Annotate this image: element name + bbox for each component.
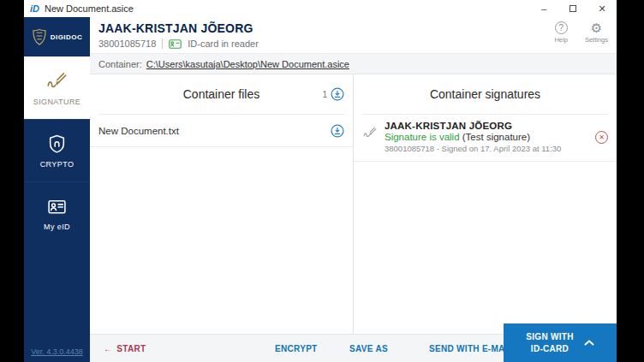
sidebar-item-my-eid[interactable]: My eID — [24, 181, 90, 244]
save-as-button[interactable]: SAVE AS — [349, 344, 388, 353]
signature-status-note: (Test signature) — [462, 132, 530, 142]
window-title: New Document.asice — [45, 3, 134, 14]
digidoc-logo: DIGIDOC — [24, 17, 90, 56]
container-path-bar: Container: C:\Users\kasutaja\Desktop\New… — [90, 53, 617, 74]
gear-icon: ⚙ — [591, 21, 602, 34]
signature-pen-icon — [45, 69, 69, 92]
close-button[interactable]: ✕ — [587, 0, 617, 17]
container-files-panel: Container files 1 New Document.txt — [90, 74, 354, 334]
files-panel-title: Container files — [90, 74, 353, 114]
help-label: Help — [554, 36, 567, 44]
signatures-panel-title: Container signatures — [354, 74, 617, 114]
id-card-reader-icon — [169, 39, 182, 49]
file-name: New Document.txt — [98, 126, 179, 136]
container-label: Container: — [98, 59, 142, 69]
file-row[interactable]: New Document.txt — [90, 115, 353, 147]
digidoc-logo-text: DIGIDOC — [51, 33, 83, 41]
eid-card-icon — [45, 196, 69, 217]
signature-details: 38001085718 - Signed on 17. April 2023 a… — [385, 144, 588, 153]
cardholder-name: JAAK-KRISTJAN JÕEORG — [98, 21, 253, 35]
remove-signature-button[interactable]: ✕ — [595, 131, 608, 144]
sidebar: DIGIDOC SIGNATURE CRYPTO M — [24, 17, 90, 362]
settings-button[interactable]: ⚙ Settings — [585, 21, 608, 44]
sidebar-item-label: CRYPTO — [40, 160, 75, 169]
sign-label-line1: SIGN WITH — [526, 332, 573, 341]
signature-pen-icon — [362, 125, 378, 140]
version-link[interactable]: Ver. 4.3.0.4438 — [24, 347, 90, 356]
files-panel-meta: 1 — [322, 87, 344, 101]
sidebar-item-label: My eID — [44, 223, 70, 231]
card-status-text: ID-card in reader — [188, 39, 259, 49]
window-controls: – ✕ — [529, 0, 617, 17]
sidebar-item-signature[interactable]: SIGNATURE — [24, 56, 90, 119]
footer-bar: ← START ENCRYPT SAVE AS SEND WITH E-MAIL… — [90, 334, 617, 362]
chevron-up-icon — [584, 340, 594, 346]
sidebar-item-label: SIGNATURE — [33, 98, 80, 106]
header-actions: ? Help ⚙ Settings — [554, 21, 608, 44]
send-email-button[interactable]: SEND WITH E-MAIL — [429, 344, 513, 353]
download-all-icon[interactable] — [331, 87, 344, 101]
signer-name: JAAK-KRISTJAN JÕEORG — [385, 121, 588, 131]
maximize-button[interactable] — [558, 0, 587, 17]
personal-id-code: 38001085718 — [98, 39, 156, 49]
back-arrow-icon: ← — [104, 344, 112, 353]
digidoc-window: iD New Document.asice – ✕ DIGIDOC SIGNAT… — [24, 0, 617, 362]
start-button[interactable]: ← START — [104, 344, 146, 353]
sign-button-label: SIGN WITH ID-CARD — [526, 331, 573, 354]
signature-status-line: Signature is valid (Test signature) — [385, 132, 588, 142]
help-button[interactable]: ? Help — [554, 21, 567, 44]
minimize-button[interactable]: – — [529, 0, 558, 17]
encrypt-button[interactable]: ENCRYPT — [275, 344, 318, 353]
title-bar: iD New Document.asice – ✕ — [24, 0, 617, 17]
divider — [162, 39, 163, 49]
container-path-link[interactable]: C:\Users\kasutaja\Desktop\New Document.a… — [146, 59, 349, 69]
start-label: START — [116, 344, 146, 353]
file-count: 1 — [322, 90, 327, 99]
signature-row: JAAK-KRISTJAN JÕEORG Signature is valid … — [354, 115, 617, 162]
maximize-icon — [569, 5, 576, 12]
sign-label-line2: ID-CARD — [531, 344, 569, 353]
help-icon: ? — [555, 21, 568, 34]
estonia-crest-icon — [32, 28, 47, 46]
content-area: Container files 1 New Document.txt Conta… — [90, 74, 617, 334]
signature-status: Signature is valid — [385, 132, 460, 142]
crypto-shield-icon — [46, 134, 68, 155]
sign-with-id-card-button[interactable]: SIGN WITH ID-CARD — [504, 323, 617, 362]
app-logo-icon: iD — [30, 3, 39, 14]
signature-info: JAAK-KRISTJAN JÕEORG Signature is valid … — [385, 121, 588, 153]
cardholder-subline: 38001085718 ID-card in reader — [98, 39, 259, 49]
header: JAAK-KRISTJAN JÕEORG 38001085718 ID-card… — [90, 17, 617, 53]
download-file-icon[interactable] — [331, 124, 344, 138]
sidebar-item-crypto[interactable]: CRYPTO — [24, 119, 90, 181]
container-signatures-panel: Container signatures JAAK-KRISTJAN JÕEOR… — [354, 74, 617, 334]
settings-label: Settings — [585, 36, 608, 44]
